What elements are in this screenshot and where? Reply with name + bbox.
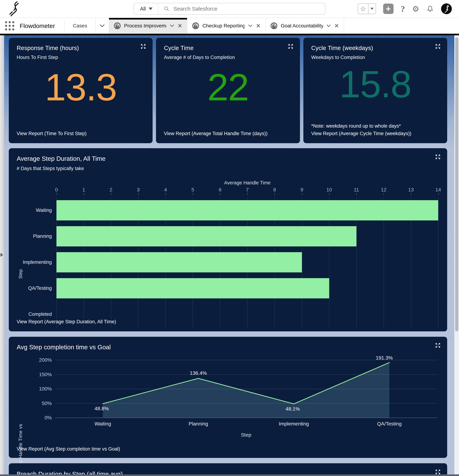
tab-dropdown-icon[interactable] — [170, 24, 174, 27]
tick-mark — [138, 193, 139, 195]
y-tick-label: 100% — [39, 386, 52, 392]
category-label: Planning — [189, 421, 208, 427]
chevron-down-icon — [149, 8, 153, 10]
tab-close-icon[interactable]: ✕ — [178, 22, 182, 29]
tick-mark — [111, 193, 111, 195]
tab-close-icon[interactable]: ✕ — [334, 22, 339, 29]
x-tick-label: 4 — [164, 187, 167, 193]
category-label: Completed — [14, 312, 52, 317]
widget-subtitle: Weekdays to Completion — [311, 55, 439, 60]
user-avatar[interactable] — [441, 3, 452, 14]
tick-mark — [247, 193, 248, 195]
favorites-dropdown[interactable] — [368, 4, 376, 14]
workspace-tabs: Process Improveme... ✕ Checkup Reporting… — [109, 18, 344, 34]
view-report-link[interactable]: View Report (Average Step Duration, All … — [17, 319, 116, 324]
widget-title: Cycle Time (weekdays) — [311, 45, 439, 51]
x-axis-ticks: 01234567891011121314 — [56, 187, 438, 195]
expand-icon[interactable] — [435, 43, 441, 50]
view-report-link[interactable]: View Report (Average Cycle Time (weekday… — [311, 130, 439, 137]
data-label: 191.3% — [376, 355, 393, 361]
category-label: Waiting — [14, 208, 52, 213]
expand-icon[interactable] — [435, 342, 441, 348]
favorites-button[interactable]: ☆ — [358, 3, 376, 14]
y-axis-ticks: 0%50%100%150%200% — [28, 360, 54, 418]
tick-mark — [165, 193, 166, 195]
notifications-bell-icon[interactable] — [426, 5, 434, 13]
x-tick-label: 0 — [55, 187, 58, 193]
bottom-edge-bar — [0, 474, 459, 476]
tab-close-icon[interactable]: ✕ — [256, 22, 261, 29]
app-name: Flowdometer — [20, 22, 55, 29]
tick-mark — [302, 193, 302, 195]
view-report-link[interactable]: View Report (Time To First Step) — [17, 130, 145, 137]
app-launcher-icon[interactable] — [5, 21, 14, 30]
x-tick-label: 13 — [408, 187, 414, 193]
global-header: All Search Salesforce ☆ + ? ⚙ — [0, 0, 459, 18]
star-icon[interactable]: ☆ — [358, 4, 368, 14]
tick-mark — [438, 193, 439, 195]
search-placeholder: Search Salesforce — [173, 6, 217, 12]
bar-qa-testing[interactable] — [56, 278, 329, 298]
bar-implementing[interactable] — [56, 252, 302, 272]
split-view-strip[interactable] — [0, 35, 4, 474]
kpi-card-response-time: Response Time (hours) Hours To First Ste… — [9, 38, 153, 143]
tab-dropdown-icon[interactable] — [248, 24, 253, 27]
widget-title: Cycle Time — [164, 45, 292, 51]
view-report-link[interactable]: View Report (Avg Step completion time vs… — [17, 446, 120, 452]
nav-item-dropdown[interactable] — [95, 18, 109, 34]
global-actions-button[interactable]: + — [383, 4, 394, 14]
flowdometer-logo-icon — [7, 1, 21, 17]
vertical-scrollbar[interactable] — [454, 35, 459, 474]
x-tick-label: 6 — [219, 187, 222, 193]
expand-icon[interactable] — [435, 153, 441, 160]
tab-label: Checkup Reporting — [202, 23, 245, 29]
global-search[interactable]: All Search Salesforce — [134, 3, 325, 15]
help-icon[interactable]: ? — [401, 4, 405, 14]
category-label: QA/Testing — [377, 421, 402, 427]
category-label: Waiting — [95, 421, 111, 427]
data-labels: 48.8%136.4%48.1%191.3% — [55, 360, 437, 418]
bar-planning[interactable] — [56, 226, 356, 246]
metric-value: 22 — [156, 68, 300, 106]
tab-checkup-reporting[interactable]: Checkup Reporting ✕ — [187, 18, 266, 34]
bar-row: QA/Testing — [56, 275, 438, 301]
console-nav-bar: Flowdometer Cases Process Improveme... ✕… — [0, 18, 459, 34]
dashboard-icon — [192, 22, 199, 29]
widget-subtitle: # Days that Steps typically take — [17, 166, 439, 171]
line-chart-card: Avg Step completion time vs Goal Average… — [9, 337, 447, 458]
tab-goal-accountability[interactable]: Goal Accountability... ✕ — [266, 18, 344, 34]
tab-process-improvement[interactable]: Process Improveme... ✕ — [109, 18, 187, 34]
x-tick-label: 10 — [326, 187, 332, 193]
x-axis-categories: WaitingPlanningImplementingQA/Testing — [55, 421, 437, 428]
bar-waiting[interactable] — [56, 200, 438, 221]
search-scope-dropdown[interactable]: All — [134, 3, 158, 14]
search-icon — [164, 6, 169, 12]
x-tick-label: 3 — [137, 187, 140, 193]
dashboard-content: Response Time (hours) Hours To First Ste… — [0, 35, 459, 476]
nav-item-cases[interactable]: Cases — [65, 23, 95, 29]
x-tick-label: 5 — [191, 187, 194, 193]
tab-dropdown-icon[interactable] — [326, 24, 331, 27]
expand-icon[interactable] — [287, 43, 294, 50]
tick-mark — [193, 193, 193, 195]
expand-icon[interactable] — [435, 469, 441, 475]
setup-gear-icon[interactable]: ⚙ — [412, 4, 419, 13]
expand-icon[interactable] — [140, 43, 147, 50]
tick-mark — [384, 193, 384, 195]
view-report-link[interactable]: View Report (Average Total Handle Time (… — [164, 130, 292, 137]
data-label: 136.4% — [190, 370, 207, 376]
widget-title: Average Step Duration, All Time — [17, 155, 439, 162]
tick-mark — [84, 193, 84, 195]
bar-chart-card: Average Step Duration, All Time # Days t… — [9, 148, 447, 331]
expand-splitview-icon[interactable] — [0, 253, 3, 257]
tick-mark — [56, 193, 57, 195]
kpi-card-cycle-time: Cycle Time Average # of Days to Completi… — [156, 38, 300, 143]
category-label: Implementing — [279, 421, 309, 427]
y-tick-label: 150% — [39, 372, 52, 377]
search-scope-label: All — [140, 6, 146, 12]
x-tick-label: 11 — [354, 187, 359, 193]
bar-row: Implementing — [56, 249, 438, 275]
header-actions: ☆ + ? ⚙ — [358, 3, 452, 14]
scrollbar-thumb[interactable] — [455, 37, 458, 331]
x-tick-label: 14 — [435, 187, 441, 193]
